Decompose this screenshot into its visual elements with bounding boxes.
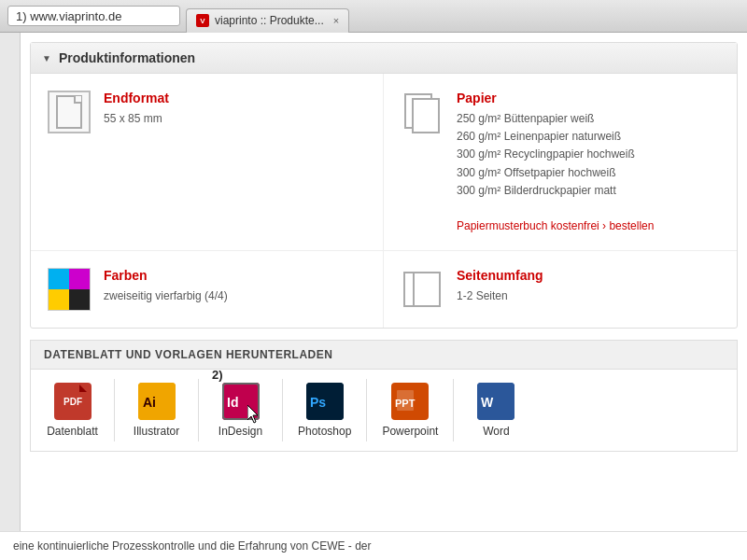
browser-tab[interactable]: V viaprinto :: Produkte... ×: [186, 8, 349, 33]
svg-rect-12: [397, 390, 414, 411]
farben-value: zweiseitig vierfarbig (4/4): [104, 287, 228, 305]
step-label-2: 2): [212, 368, 223, 382]
seitenumfang-heading: Seitenumfang: [457, 268, 543, 283]
tab-close-button[interactable]: ×: [333, 15, 339, 26]
seitenumfang-content: Seitenumfang 1-2 Seiten: [457, 268, 543, 305]
papier-icon: [401, 91, 444, 133]
bottom-strip: eine kontinuierliche Prozesskontrolle un…: [0, 531, 747, 560]
svg-text:Id: Id: [227, 395, 238, 410]
illustrator-icon: Ai: [138, 383, 176, 420]
section-header[interactable]: ▼ Produktinformationen: [31, 43, 737, 74]
datenblatt-label: Datenblatt: [47, 425, 98, 438]
download-item-word[interactable]: W Word: [454, 379, 538, 441]
svg-text:W: W: [481, 395, 494, 410]
page-content: ▼ Produktinformationen Endformat 55 x 85…: [0, 33, 747, 560]
produktinfo-section: ▼ Produktinformationen Endformat 55 x 85…: [30, 42, 738, 329]
color-magenta: [69, 269, 90, 289]
farben-heading: Farben: [104, 268, 228, 283]
paper-sheet-front: [412, 98, 440, 133]
papier-content: Papier 250 g/m² Büttenpapier weiß 260 g/…: [457, 91, 654, 233]
farben-cell: Farben zweiseitig vierfarbig (4/4): [31, 251, 384, 328]
tab-favicon: V: [196, 14, 209, 27]
word-label: Word: [483, 425, 509, 438]
endformat-content: Endformat 55 x 85 mm: [104, 91, 169, 128]
powerpoint-label: Powerpoint: [382, 425, 438, 438]
seitenumfang-value: 1-2 Seiten: [457, 287, 543, 305]
download-item-powerpoint[interactable]: PPT Powerpoint: [367, 379, 454, 441]
papier-heading: Papier: [457, 91, 654, 105]
indesign-icon: Id: [222, 383, 260, 420]
bestellen-link[interactable]: Papiermusterbuch kostenfrei › bestellen: [457, 219, 654, 232]
color-cyan: [49, 269, 69, 289]
download-section: DATENBLATT UND VORLAGEN HERUNTERLADEN PD…: [30, 340, 738, 452]
farben-content: Farben zweiseitig vierfarbig (4/4): [104, 268, 228, 305]
download-icons-bar: PDF Datenblatt Ai Illustrator: [30, 369, 738, 452]
svg-text:PDF: PDF: [63, 397, 82, 407]
address-text: 1) www.viaprinto.de: [16, 9, 121, 23]
download-item-indesign[interactable]: 2) Id InDesign: [199, 379, 283, 441]
download-section-header: DATENBLATT UND VORLAGEN HERUNTERLADEN: [30, 340, 738, 369]
illustrator-label: Illustrator: [134, 425, 179, 438]
papier-line-2: 260 g/m² Leinenpapier naturweiß: [457, 128, 654, 146]
sidebar-strip: [0, 33, 21, 560]
download-item-photoshop[interactable]: Ps Photoshop: [283, 379, 367, 441]
papier-line-3: 300 g/m² Recyclingpapier hochweiß: [457, 146, 654, 163]
farben-icon: [48, 268, 91, 311]
endformat-corner: [74, 96, 81, 104]
browser-chrome: 1) www.viaprinto.de V viaprinto :: Produ…: [0, 0, 747, 33]
pdf-icon: PDF: [54, 383, 92, 420]
photoshop-label: Photoshop: [298, 425, 351, 438]
powerpoint-icon: PPT: [391, 383, 429, 420]
tab-label: viaprinto :: Produkte...: [215, 14, 324, 27]
download-section-title: DATENBLATT UND VORLAGEN HERUNTERLADEN: [44, 348, 332, 361]
endformat-inner: [56, 95, 82, 129]
seitenumfang-icon: [401, 268, 444, 311]
papier-cell: Papier 250 g/m² Büttenpapier weiß 260 g/…: [384, 74, 737, 251]
word-icon: W: [477, 383, 514, 420]
papier-line-1: 250 g/m² Büttenpapier weiß: [457, 110, 654, 128]
download-item-datenblatt[interactable]: PDF Datenblatt: [31, 379, 115, 441]
papier-line-4: 300 g/m² Offsetpapier hochweiß: [457, 164, 654, 182]
endformat-heading: Endformat: [104, 91, 169, 105]
papier-line-5: 300 g/m² Bilderdruckpapier matt: [457, 182, 654, 200]
address-bar[interactable]: 1) www.viaprinto.de: [7, 6, 180, 26]
svg-text:Ps: Ps: [310, 395, 326, 410]
tab-bar: V viaprinto :: Produkte... ×: [186, 0, 349, 33]
svg-text:Ai: Ai: [143, 395, 156, 410]
seiten-sheet-2: [413, 272, 441, 307]
download-item-illustrator[interactable]: Ai Illustrator: [115, 379, 199, 441]
info-grid: Endformat 55 x 85 mm Papier 250 g/m² Büt…: [31, 74, 737, 328]
photoshop-icon: Ps: [306, 383, 344, 420]
endformat-value: 55 x 85 mm: [104, 110, 169, 128]
color-black: [69, 289, 90, 310]
section-collapse-arrow[interactable]: ▼: [42, 53, 51, 63]
endformat-icon: [48, 91, 91, 133]
color-yellow: [49, 289, 69, 310]
seitenumfang-cell: Seitenumfang 1-2 Seiten: [384, 251, 737, 328]
section-title: Produktinformationen: [59, 50, 195, 65]
endformat-cell: Endformat 55 x 85 mm: [31, 74, 384, 251]
indesign-label: InDesign: [218, 425, 262, 438]
main-area: ▼ Produktinformationen Endformat 55 x 85…: [21, 33, 747, 461]
bottom-text: eine kontinuierliche Prozesskontrolle un…: [13, 539, 372, 553]
